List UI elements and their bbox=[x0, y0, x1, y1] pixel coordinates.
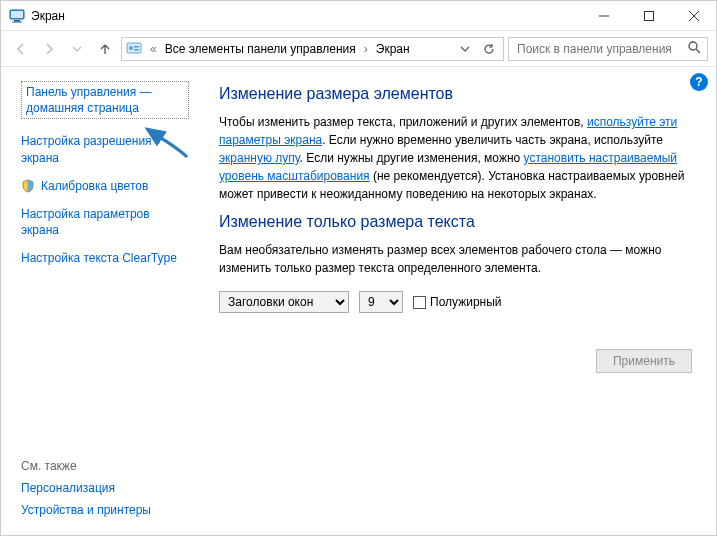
sidebar-item-resolution[interactable]: Настройка разрешения экрана bbox=[21, 133, 189, 165]
sidebar-item-label: Настройка параметров экрана bbox=[21, 206, 189, 238]
text-size-controls: Заголовки окон 9 Полужирный bbox=[219, 291, 692, 313]
svg-rect-5 bbox=[644, 11, 653, 20]
element-select[interactable]: Заголовки окон bbox=[219, 291, 349, 313]
svg-point-12 bbox=[689, 42, 697, 50]
svg-rect-10 bbox=[134, 46, 139, 48]
search-box[interactable] bbox=[508, 37, 708, 61]
sidebar-item-cleartype[interactable]: Настройка текста ClearType bbox=[21, 250, 189, 266]
titlebar: Экран bbox=[1, 1, 716, 31]
forward-button[interactable] bbox=[37, 37, 61, 61]
address-box[interactable]: « Все элементы панели управления › Экран bbox=[121, 37, 504, 61]
close-button[interactable] bbox=[671, 1, 716, 31]
up-button[interactable] bbox=[93, 37, 117, 61]
heading-resize-elements: Изменение размера элементов bbox=[219, 85, 692, 103]
shield-icon bbox=[21, 179, 35, 193]
link-magnifier[interactable]: экранную лупу bbox=[219, 151, 300, 165]
bold-label: Полужирный bbox=[430, 295, 502, 309]
address-history-dropdown[interactable] bbox=[455, 38, 475, 60]
main-content: ? Изменение размера элементов Чтобы изме… bbox=[201, 67, 716, 535]
apply-button[interactable]: Применить bbox=[596, 349, 692, 373]
back-button[interactable] bbox=[9, 37, 33, 61]
paragraph-resize-info: Чтобы изменить размер текста, приложений… bbox=[219, 113, 692, 203]
help-button[interactable]: ? bbox=[690, 73, 708, 91]
svg-line-13 bbox=[696, 49, 700, 53]
maximize-button[interactable] bbox=[626, 1, 671, 31]
search-icon[interactable] bbox=[688, 41, 701, 57]
svg-rect-11 bbox=[134, 49, 139, 51]
heading-text-only: Изменение только размера текста bbox=[219, 213, 692, 231]
chevron-right-icon: › bbox=[360, 42, 372, 56]
display-app-icon bbox=[9, 8, 25, 24]
sidebar-item-label: Настройка текста ClearType bbox=[21, 250, 177, 266]
breadcrumb-current[interactable]: Экран bbox=[376, 42, 410, 56]
refresh-button[interactable] bbox=[479, 38, 499, 60]
svg-rect-3 bbox=[12, 21, 22, 22]
bold-checkbox[interactable] bbox=[413, 296, 426, 309]
sidebar: Панель управления — домашняя страница На… bbox=[1, 67, 201, 535]
sidebar-item-label: Настройка разрешения экрана bbox=[21, 133, 189, 165]
see-also-heading: См. также bbox=[21, 459, 189, 473]
sidebar-item-display-settings[interactable]: Настройка параметров экрана bbox=[21, 206, 189, 238]
control-panel-home-link[interactable]: Панель управления — домашняя страница bbox=[21, 81, 189, 119]
font-size-select[interactable]: 9 bbox=[359, 291, 403, 313]
recent-dropdown[interactable] bbox=[65, 37, 89, 61]
control-panel-icon bbox=[126, 41, 142, 57]
chevron-right-icon: « bbox=[146, 42, 161, 56]
search-input[interactable] bbox=[515, 41, 682, 57]
see-also-devices-printers[interactable]: Устройства и принтеры bbox=[21, 503, 151, 517]
window-title: Экран bbox=[31, 9, 65, 23]
minimize-button[interactable] bbox=[581, 1, 626, 31]
navbar: « Все элементы панели управления › Экран bbox=[1, 31, 716, 67]
breadcrumb-root[interactable]: Все элементы панели управления bbox=[165, 42, 356, 56]
svg-rect-2 bbox=[14, 20, 20, 22]
svg-rect-1 bbox=[11, 11, 23, 18]
svg-point-9 bbox=[129, 46, 133, 50]
see-also-personalization[interactable]: Персонализация bbox=[21, 481, 115, 495]
bold-checkbox-row[interactable]: Полужирный bbox=[413, 295, 502, 309]
sidebar-item-color-calibration[interactable]: Калибровка цветов bbox=[21, 178, 189, 194]
paragraph-text-only-info: Вам необязательно изменять размер всех э… bbox=[219, 241, 692, 277]
sidebar-item-label: Калибровка цветов bbox=[41, 178, 148, 194]
